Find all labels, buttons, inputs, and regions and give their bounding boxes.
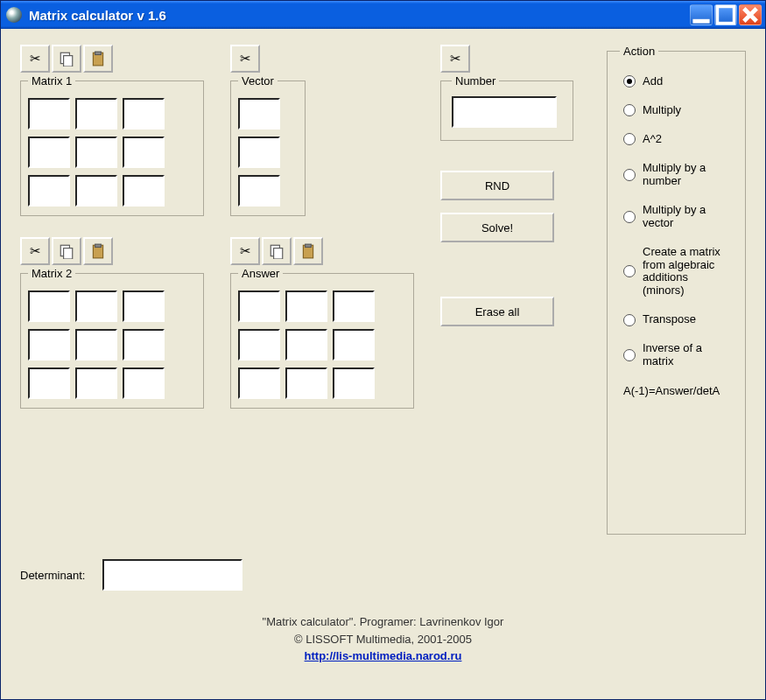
answer-cell[interactable] bbox=[285, 290, 327, 322]
copy-icon[interactable] bbox=[52, 45, 81, 73]
vector-cell[interactable] bbox=[238, 175, 280, 206]
matrix1-cell[interactable] bbox=[75, 136, 117, 168]
answer-cell[interactable] bbox=[238, 329, 280, 360]
matrix1-label: Matrix 1 bbox=[28, 74, 75, 88]
matrix1-cell[interactable] bbox=[28, 98, 70, 130]
window-title: Matrix calculator v 1.6 bbox=[29, 8, 690, 23]
radio-icon bbox=[623, 169, 636, 181]
inverse-formula: A(-1)=Answer/detA bbox=[623, 384, 733, 397]
answer-cell[interactable] bbox=[333, 290, 375, 322]
footer-line1: "Matrix calculator". Programer: Lavrinen… bbox=[20, 613, 746, 631]
answer-group: Answer bbox=[230, 267, 414, 409]
svg-rect-3 bbox=[64, 56, 73, 66]
action-radio-multiply[interactable]: Multiply bbox=[623, 104, 733, 117]
radio-icon bbox=[623, 211, 636, 223]
maximize-button[interactable] bbox=[714, 4, 737, 25]
matrix1-toolbar: ✂ bbox=[20, 45, 204, 73]
action-radio-mult-vector[interactable]: Multiply by a vector bbox=[623, 204, 733, 230]
answer-cell[interactable] bbox=[333, 368, 375, 399]
action-radio-inverse[interactable]: Inverse of a matrix bbox=[623, 342, 733, 368]
radio-icon bbox=[623, 104, 636, 116]
app-window: Matrix calculator v 1.6 ✂ bbox=[0, 0, 766, 700]
rnd-button[interactable]: RND bbox=[440, 171, 554, 200]
radio-label: Multiply by a number bbox=[643, 162, 733, 188]
cut-icon[interactable]: ✂ bbox=[20, 45, 50, 73]
matrix1-cell[interactable] bbox=[75, 175, 117, 206]
matrix2-cell[interactable] bbox=[123, 290, 165, 322]
copy-icon[interactable] bbox=[52, 237, 81, 265]
svg-rect-1 bbox=[717, 6, 734, 23]
number-label: Number bbox=[452, 74, 499, 88]
vector-cell[interactable] bbox=[238, 136, 280, 168]
title-bar: Matrix calculator v 1.6 bbox=[1, 1, 765, 29]
action-group: Action Add Multiply A^2 bbox=[607, 45, 746, 535]
matrix2-cell[interactable] bbox=[75, 368, 117, 399]
answer-cell[interactable] bbox=[238, 290, 280, 322]
copy-icon[interactable] bbox=[262, 237, 292, 265]
solve-button[interactable]: Solve! bbox=[440, 213, 554, 242]
radio-icon bbox=[623, 265, 636, 277]
matrix1-cell[interactable] bbox=[28, 175, 70, 206]
matrix2-cell[interactable] bbox=[75, 290, 117, 322]
minimize-button[interactable] bbox=[690, 4, 713, 25]
matrix1-group: Matrix 1 bbox=[20, 74, 204, 216]
radio-icon bbox=[623, 349, 636, 361]
answer-cell[interactable] bbox=[333, 329, 375, 360]
cut-icon[interactable]: ✂ bbox=[440, 45, 470, 73]
close-button[interactable] bbox=[739, 4, 762, 25]
footer-line2: © LISSOFT Multimedia, 2001-2005 bbox=[20, 631, 746, 648]
vector-label: Vector bbox=[238, 74, 278, 88]
matrix2-cell[interactable] bbox=[123, 368, 165, 399]
radio-icon bbox=[623, 133, 636, 145]
answer-cell[interactable] bbox=[285, 329, 327, 360]
svg-rect-11 bbox=[274, 248, 283, 259]
cut-icon[interactable]: ✂ bbox=[230, 45, 260, 73]
matrix2-cell[interactable] bbox=[123, 329, 165, 360]
matrix2-cell[interactable] bbox=[28, 290, 70, 322]
paste-icon[interactable] bbox=[83, 45, 113, 73]
radio-label: Add bbox=[643, 75, 663, 88]
action-radio-mult-number[interactable]: Multiply by a number bbox=[623, 162, 733, 188]
svg-rect-13 bbox=[306, 244, 312, 247]
determinant-output[interactable] bbox=[102, 559, 242, 591]
footer-link[interactable]: http://lis-multimedia.narod.ru bbox=[20, 648, 746, 665]
vector-cell[interactable] bbox=[238, 98, 280, 130]
vector-toolbar: ✂ bbox=[230, 45, 414, 73]
answer-cell[interactable] bbox=[238, 368, 280, 399]
radio-icon bbox=[623, 75, 636, 88]
action-radio-transpose[interactable]: Transpose bbox=[623, 313, 733, 326]
matrix2-label: Matrix 2 bbox=[28, 267, 75, 280]
paste-icon[interactable] bbox=[83, 237, 113, 265]
matrix1-cell[interactable] bbox=[75, 98, 117, 130]
radio-icon bbox=[623, 314, 636, 326]
answer-toolbar: ✂ bbox=[230, 237, 414, 265]
action-radio-a2[interactable]: A^2 bbox=[623, 133, 733, 146]
matrix1-cell[interactable] bbox=[28, 136, 70, 168]
radio-label: Create a matrix from algebraic additions… bbox=[643, 246, 733, 298]
svg-rect-5 bbox=[95, 52, 102, 54]
action-radio-add[interactable]: Add bbox=[623, 75, 733, 88]
matrix2-group: Matrix 2 bbox=[20, 267, 204, 409]
vector-group: Vector bbox=[230, 74, 306, 216]
matrix1-cell[interactable] bbox=[123, 175, 165, 206]
matrix2-cell[interactable] bbox=[75, 329, 117, 360]
cut-icon[interactable]: ✂ bbox=[20, 237, 50, 265]
erase-all-button[interactable]: Erase all bbox=[440, 297, 554, 326]
matrix1-cell[interactable] bbox=[123, 98, 165, 130]
number-input[interactable] bbox=[452, 96, 557, 128]
answer-cell[interactable] bbox=[285, 368, 327, 399]
matrix2-cell[interactable] bbox=[28, 368, 70, 399]
action-radio-minors[interactable]: Create a matrix from algebraic additions… bbox=[623, 246, 733, 298]
matrix2-cell[interactable] bbox=[28, 329, 70, 360]
determinant-label: Determinant: bbox=[20, 569, 85, 582]
client-area: ✂ Matrix 1 bbox=[1, 29, 765, 699]
paste-icon[interactable] bbox=[293, 237, 323, 265]
svg-rect-7 bbox=[64, 248, 73, 259]
radio-label: Multiply bbox=[643, 104, 681, 117]
number-group: Number bbox=[440, 74, 573, 141]
svg-rect-9 bbox=[95, 244, 102, 247]
matrix1-cell[interactable] bbox=[123, 136, 165, 168]
determinant-row: Determinant: bbox=[20, 559, 746, 591]
radio-label: A^2 bbox=[643, 133, 662, 146]
cut-icon[interactable]: ✂ bbox=[230, 237, 260, 265]
